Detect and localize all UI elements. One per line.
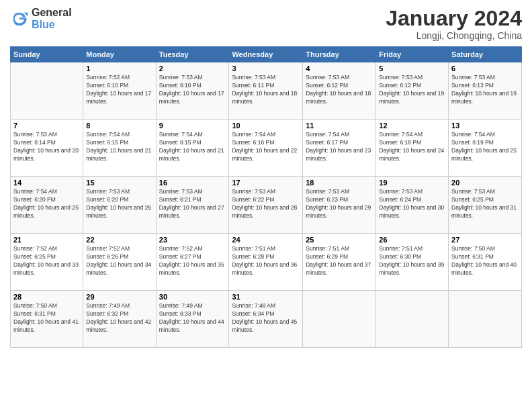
- day-info: Sunrise: 7:52 AM Sunset: 6:26 PM Dayligh…: [86, 245, 152, 277]
- day-number: 28: [13, 293, 80, 301]
- day-number: 26: [379, 236, 445, 244]
- day-number: 29: [86, 293, 152, 301]
- day-number: 14: [13, 179, 80, 187]
- day-number: 13: [451, 122, 519, 130]
- weekday-header-thursday: Thursday: [303, 47, 376, 62]
- calendar-cell: 21Sunrise: 7:52 AM Sunset: 6:25 PM Dayli…: [11, 234, 83, 291]
- day-info: Sunrise: 7:49 AM Sunset: 6:32 PM Dayligh…: [86, 302, 152, 334]
- day-info: Sunrise: 7:54 AM Sunset: 6:20 PM Dayligh…: [13, 188, 80, 220]
- logo-text: General Blue: [32, 7, 72, 31]
- weekday-header-monday: Monday: [83, 47, 156, 62]
- day-info: Sunrise: 7:54 AM Sunset: 6:16 PM Dayligh…: [232, 131, 300, 163]
- day-number: 24: [232, 236, 300, 244]
- day-info: Sunrise: 7:54 AM Sunset: 6:18 PM Dayligh…: [379, 131, 445, 163]
- calendar-cell: 7Sunrise: 7:53 AM Sunset: 6:14 PM Daylig…: [11, 120, 83, 177]
- day-info: Sunrise: 7:50 AM Sunset: 6:31 PM Dayligh…: [13, 302, 80, 334]
- day-info: Sunrise: 7:51 AM Sunset: 6:29 PM Dayligh…: [306, 245, 373, 277]
- day-info: Sunrise: 7:53 AM Sunset: 6:21 PM Dayligh…: [159, 188, 226, 220]
- location: Longji, Chongqing, China: [386, 30, 522, 41]
- day-info: Sunrise: 7:53 AM Sunset: 6:13 PM Dayligh…: [451, 74, 519, 106]
- calendar-cell: [449, 291, 522, 348]
- calendar-cell: 31Sunrise: 7:48 AM Sunset: 6:34 PM Dayli…: [229, 291, 303, 348]
- day-number: 17: [232, 179, 300, 187]
- weekday-header-row: SundayMondayTuesdayWednesdayThursdayFrid…: [11, 47, 522, 62]
- calendar-cell: 2Sunrise: 7:53 AM Sunset: 6:10 PM Daylig…: [156, 62, 229, 120]
- weekday-header-wednesday: Wednesday: [229, 47, 303, 62]
- day-info: Sunrise: 7:54 AM Sunset: 6:15 PM Dayligh…: [86, 131, 152, 163]
- day-number: 31: [232, 293, 300, 301]
- day-info: Sunrise: 7:53 AM Sunset: 6:25 PM Dayligh…: [451, 188, 519, 220]
- day-number: 3: [232, 64, 300, 73]
- calendar-week-1: 1Sunrise: 7:52 AM Sunset: 6:10 PM Daylig…: [11, 62, 522, 120]
- calendar-cell: 27Sunrise: 7:50 AM Sunset: 6:31 PM Dayli…: [449, 234, 522, 291]
- calendar-cell: 5Sunrise: 7:53 AM Sunset: 6:12 PM Daylig…: [376, 62, 449, 120]
- day-info: Sunrise: 7:53 AM Sunset: 6:14 PM Dayligh…: [13, 131, 80, 163]
- calendar-cell: 10Sunrise: 7:54 AM Sunset: 6:16 PM Dayli…: [229, 120, 303, 177]
- calendar-cell: 14Sunrise: 7:54 AM Sunset: 6:20 PM Dayli…: [11, 177, 83, 234]
- day-info: Sunrise: 7:53 AM Sunset: 6:20 PM Dayligh…: [86, 188, 152, 220]
- day-number: 25: [306, 236, 373, 244]
- calendar-cell: 13Sunrise: 7:54 AM Sunset: 6:19 PM Dayli…: [449, 120, 522, 177]
- day-info: Sunrise: 7:51 AM Sunset: 6:30 PM Dayligh…: [379, 245, 445, 277]
- day-number: 11: [306, 122, 373, 130]
- day-info: Sunrise: 7:53 AM Sunset: 6:24 PM Dayligh…: [379, 188, 445, 220]
- calendar-cell: 3Sunrise: 7:53 AM Sunset: 6:11 PM Daylig…: [229, 62, 303, 120]
- calendar-table: SundayMondayTuesdayWednesdayThursdayFrid…: [10, 46, 522, 348]
- day-info: Sunrise: 7:54 AM Sunset: 6:17 PM Dayligh…: [306, 131, 373, 163]
- day-info: Sunrise: 7:52 AM Sunset: 6:25 PM Dayligh…: [13, 245, 80, 277]
- weekday-header-tuesday: Tuesday: [156, 47, 229, 62]
- calendar-cell: 17Sunrise: 7:53 AM Sunset: 6:22 PM Dayli…: [229, 177, 303, 234]
- day-number: 21: [13, 236, 80, 244]
- day-number: 12: [379, 122, 445, 130]
- day-info: Sunrise: 7:53 AM Sunset: 6:12 PM Dayligh…: [379, 74, 445, 106]
- day-number: 4: [306, 64, 373, 73]
- month-year: January 2024: [386, 7, 522, 30]
- calendar-cell: 6Sunrise: 7:53 AM Sunset: 6:13 PM Daylig…: [449, 62, 522, 120]
- day-info: Sunrise: 7:49 AM Sunset: 6:33 PM Dayligh…: [159, 302, 226, 334]
- day-info: Sunrise: 7:53 AM Sunset: 6:12 PM Dayligh…: [306, 74, 373, 106]
- page-header: General Blue January 2024 Longji, Chongq…: [10, 7, 522, 41]
- calendar-cell: 11Sunrise: 7:54 AM Sunset: 6:17 PM Dayli…: [303, 120, 376, 177]
- calendar-cell: 8Sunrise: 7:54 AM Sunset: 6:15 PM Daylig…: [83, 120, 156, 177]
- day-number: 16: [159, 179, 226, 187]
- calendar-cell: 26Sunrise: 7:51 AM Sunset: 6:30 PM Dayli…: [376, 234, 449, 291]
- day-number: 30: [159, 293, 226, 301]
- logo: General Blue: [10, 7, 72, 31]
- day-info: Sunrise: 7:53 AM Sunset: 6:10 PM Dayligh…: [159, 74, 226, 106]
- calendar-cell: 25Sunrise: 7:51 AM Sunset: 6:29 PM Dayli…: [303, 234, 376, 291]
- weekday-header-friday: Friday: [376, 47, 449, 62]
- day-number: 19: [379, 179, 445, 187]
- day-number: 22: [86, 236, 152, 244]
- calendar-week-4: 21Sunrise: 7:52 AM Sunset: 6:25 PM Dayli…: [11, 234, 522, 291]
- calendar-cell: 22Sunrise: 7:52 AM Sunset: 6:26 PM Dayli…: [83, 234, 156, 291]
- calendar-week-5: 28Sunrise: 7:50 AM Sunset: 6:31 PM Dayli…: [11, 291, 522, 348]
- day-info: Sunrise: 7:52 AM Sunset: 6:27 PM Dayligh…: [159, 245, 226, 277]
- day-info: Sunrise: 7:53 AM Sunset: 6:11 PM Dayligh…: [232, 74, 300, 106]
- calendar-cell: 19Sunrise: 7:53 AM Sunset: 6:24 PM Dayli…: [376, 177, 449, 234]
- day-number: 23: [159, 236, 226, 244]
- calendar-cell: [376, 291, 449, 348]
- calendar-cell: [303, 291, 376, 348]
- calendar-cell: 18Sunrise: 7:53 AM Sunset: 6:23 PM Dayli…: [303, 177, 376, 234]
- day-number: 20: [451, 179, 519, 187]
- day-number: 7: [13, 122, 80, 130]
- day-info: Sunrise: 7:51 AM Sunset: 6:28 PM Dayligh…: [232, 245, 300, 277]
- day-info: Sunrise: 7:53 AM Sunset: 6:22 PM Dayligh…: [232, 188, 300, 220]
- day-info: Sunrise: 7:54 AM Sunset: 6:19 PM Dayligh…: [451, 131, 519, 163]
- calendar-cell: 12Sunrise: 7:54 AM Sunset: 6:18 PM Dayli…: [376, 120, 449, 177]
- calendar-week-2: 7Sunrise: 7:53 AM Sunset: 6:14 PM Daylig…: [11, 120, 522, 177]
- calendar-cell: 1Sunrise: 7:52 AM Sunset: 6:10 PM Daylig…: [83, 62, 156, 120]
- calendar-cell: 20Sunrise: 7:53 AM Sunset: 6:25 PM Dayli…: [449, 177, 522, 234]
- day-number: 2: [159, 64, 226, 73]
- day-info: Sunrise: 7:53 AM Sunset: 6:23 PM Dayligh…: [306, 188, 373, 220]
- calendar-cell: 29Sunrise: 7:49 AM Sunset: 6:32 PM Dayli…: [83, 291, 156, 348]
- calendar-cell: 23Sunrise: 7:52 AM Sunset: 6:27 PM Dayli…: [156, 234, 229, 291]
- day-number: 5: [379, 64, 445, 73]
- title-block: January 2024 Longji, Chongqing, China: [386, 7, 522, 41]
- calendar-cell: 16Sunrise: 7:53 AM Sunset: 6:21 PM Dayli…: [156, 177, 229, 234]
- page-container: General Blue January 2024 Longji, Chongq…: [0, 0, 532, 355]
- day-number: 6: [451, 64, 519, 73]
- day-number: 27: [451, 236, 519, 244]
- weekday-header-sunday: Sunday: [11, 47, 83, 62]
- calendar-cell: 15Sunrise: 7:53 AM Sunset: 6:20 PM Dayli…: [83, 177, 156, 234]
